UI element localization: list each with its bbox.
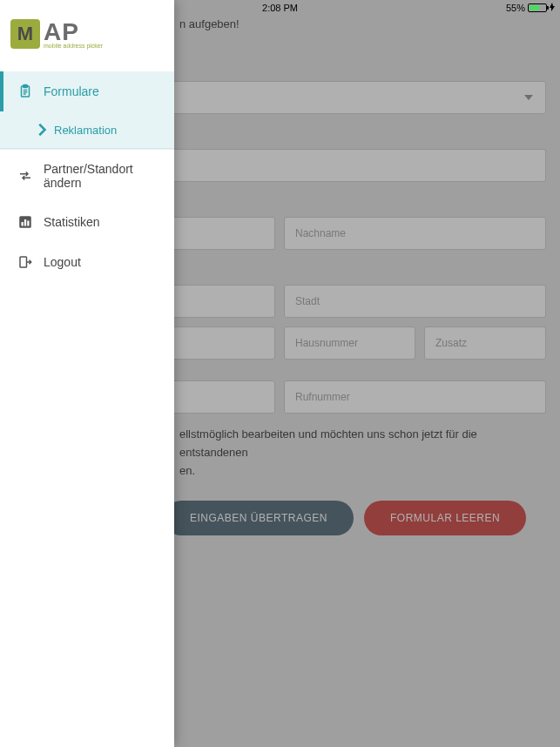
svg-rect-1 (24, 85, 28, 88)
clock: 2:08 PM (262, 3, 298, 13)
sidebar-item-label: Logout (44, 255, 81, 269)
sidebar-item-partner[interactable]: Partner/Standort ändern (0, 150, 174, 202)
sidebar-item-label: Statistiken (44, 215, 100, 229)
svg-rect-8 (27, 221, 29, 226)
logo-badge: M (10, 19, 40, 49)
sidebar-item-logout[interactable]: Logout (0, 242, 174, 282)
charging-icon (550, 3, 555, 13)
sidebar-item-label: Partner/Standort ändern (44, 162, 160, 190)
logo-text: AP (44, 18, 79, 45)
sidebar-drawer: M AP mobile address picker Formulare Rek… (0, 0, 174, 747)
swap-icon (17, 168, 33, 184)
battery-percent: 55% (506, 3, 525, 13)
svg-rect-6 (22, 222, 24, 226)
app-logo: M AP mobile address picker (0, 0, 174, 63)
battery-icon (528, 3, 547, 12)
chevron-right-icon (38, 122, 47, 138)
sidebar-item-label: Reklamation (54, 124, 117, 137)
svg-rect-9 (20, 257, 27, 267)
sidebar-subitem-reklamation[interactable]: Reklamation (0, 111, 174, 149)
sidebar-item-statistiken[interactable]: Statistiken (0, 202, 174, 242)
sidebar-item-label: Formulare (44, 84, 99, 98)
clipboard-icon (17, 84, 33, 99)
chart-icon (17, 214, 33, 230)
logo-subtitle: mobile address picker (44, 43, 103, 49)
svg-rect-7 (24, 219, 26, 226)
logout-icon (17, 254, 33, 270)
sidebar-nav: Formulare Reklamation Partner/Standort ä… (0, 71, 174, 282)
sidebar-item-formulare[interactable]: Formulare (0, 71, 174, 111)
